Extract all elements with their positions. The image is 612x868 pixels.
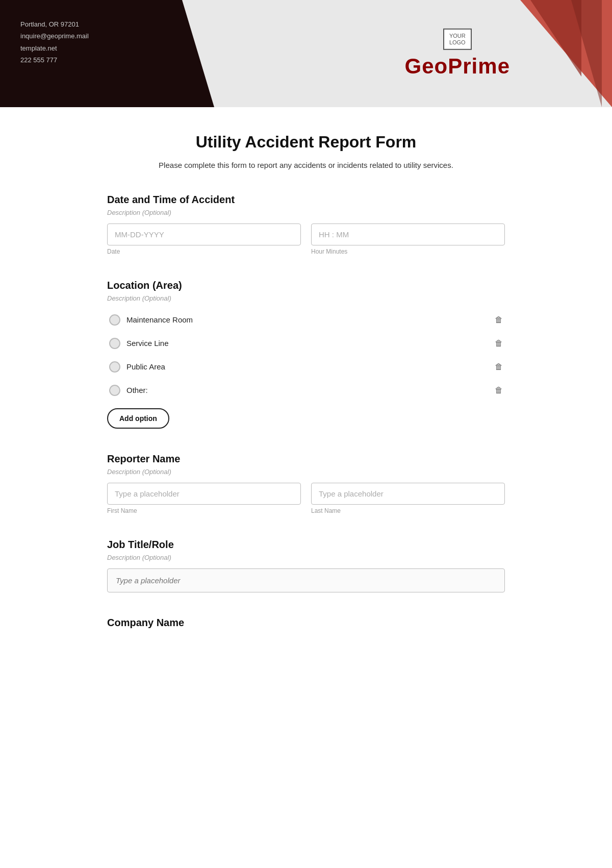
radio-item-public: Public Area 🗑 bbox=[107, 356, 505, 378]
location-section-desc: Description (Optional) bbox=[107, 294, 505, 302]
datetime-section-title: Date and Time of Accident bbox=[107, 194, 505, 206]
radio-label-service: Service Line bbox=[126, 339, 169, 348]
reporter-section-title: Reporter Name bbox=[107, 453, 505, 465]
delete-service-icon[interactable]: 🗑 bbox=[495, 339, 503, 348]
brand-area: YOURLOGO GeoPrime bbox=[405, 29, 510, 79]
time-input[interactable] bbox=[311, 224, 505, 245]
form-title: Utility Accident Report Form bbox=[107, 133, 505, 152]
page-header: Portland, OR 97201 inquire@geoprime.mail… bbox=[0, 0, 612, 107]
date-label: Date bbox=[107, 248, 301, 255]
last-name-label: Last Name bbox=[311, 507, 505, 514]
radio-circle-maintenance[interactable] bbox=[109, 314, 120, 326]
radio-label-public: Public Area bbox=[126, 362, 165, 371]
section-company: Company Name bbox=[107, 617, 505, 629]
delete-maintenance-icon[interactable]: 🗑 bbox=[495, 315, 503, 325]
radio-circle-public[interactable] bbox=[109, 361, 120, 373]
logo-box: YOURLOGO bbox=[443, 29, 472, 50]
deco-triangle-3 bbox=[571, 0, 602, 107]
contact-phone: 222 555 777 bbox=[20, 54, 89, 66]
date-input-group: Date bbox=[107, 224, 301, 255]
radio-left-service: Service Line bbox=[109, 338, 169, 349]
time-label: Hour Minutes bbox=[311, 248, 505, 255]
company-section-title: Company Name bbox=[107, 617, 505, 629]
last-name-input[interactable] bbox=[311, 483, 505, 505]
datetime-input-row: Date Hour Minutes bbox=[107, 224, 505, 255]
radio-left-other: Other: bbox=[109, 385, 148, 396]
first-name-label: First Name bbox=[107, 507, 301, 514]
brand-name: GeoPrime bbox=[405, 54, 510, 79]
section-job-title: Job Title/Role Description (Optional) bbox=[107, 539, 505, 592]
radio-label-other: Other: bbox=[126, 386, 148, 394]
section-location: Location (Area) Description (Optional) M… bbox=[107, 280, 505, 429]
radio-left-public: Public Area bbox=[109, 361, 165, 373]
main-content: Utility Accident Report Form Please comp… bbox=[76, 107, 536, 694]
radio-circle-other[interactable] bbox=[109, 385, 120, 396]
first-name-input-group: First Name bbox=[107, 483, 301, 514]
add-option-button[interactable]: Add option bbox=[107, 408, 169, 429]
contact-info: Portland, OR 97201 inquire@geoprime.mail… bbox=[20, 18, 89, 66]
radio-label-maintenance: Maintenance Room bbox=[126, 315, 193, 324]
form-subtitle: Please complete this form to report any … bbox=[107, 160, 505, 171]
section-datetime: Date and Time of Accident Description (O… bbox=[107, 194, 505, 255]
radio-item-service: Service Line 🗑 bbox=[107, 333, 505, 354]
location-radio-list: Maintenance Room 🗑 Service Line 🗑 Public… bbox=[107, 309, 505, 401]
contact-email: inquire@geoprime.mail bbox=[20, 30, 89, 42]
radio-item-other: Other: 🗑 bbox=[107, 380, 505, 401]
datetime-section-desc: Description (Optional) bbox=[107, 209, 505, 216]
location-section-title: Location (Area) bbox=[107, 280, 505, 291]
last-name-input-group: Last Name bbox=[311, 483, 505, 514]
radio-circle-service[interactable] bbox=[109, 338, 120, 349]
job-title-input[interactable] bbox=[107, 568, 505, 592]
time-input-group: Hour Minutes bbox=[311, 224, 505, 255]
delete-other-icon[interactable]: 🗑 bbox=[495, 386, 503, 395]
delete-public-icon[interactable]: 🗑 bbox=[495, 362, 503, 371]
reporter-input-row: First Name Last Name bbox=[107, 483, 505, 514]
section-reporter: Reporter Name Description (Optional) Fir… bbox=[107, 453, 505, 514]
job-title-section-desc: Description (Optional) bbox=[107, 554, 505, 561]
header-left-panel: Portland, OR 97201 inquire@geoprime.mail… bbox=[0, 0, 214, 107]
contact-website: template.net bbox=[20, 42, 89, 54]
radio-item-maintenance: Maintenance Room 🗑 bbox=[107, 309, 505, 331]
contact-address: Portland, OR 97201 bbox=[20, 18, 89, 30]
job-title-section-title: Job Title/Role bbox=[107, 539, 505, 551]
reporter-section-desc: Description (Optional) bbox=[107, 468, 505, 476]
first-name-input[interactable] bbox=[107, 483, 301, 505]
radio-left-maintenance: Maintenance Room bbox=[109, 314, 193, 326]
date-input[interactable] bbox=[107, 224, 301, 245]
